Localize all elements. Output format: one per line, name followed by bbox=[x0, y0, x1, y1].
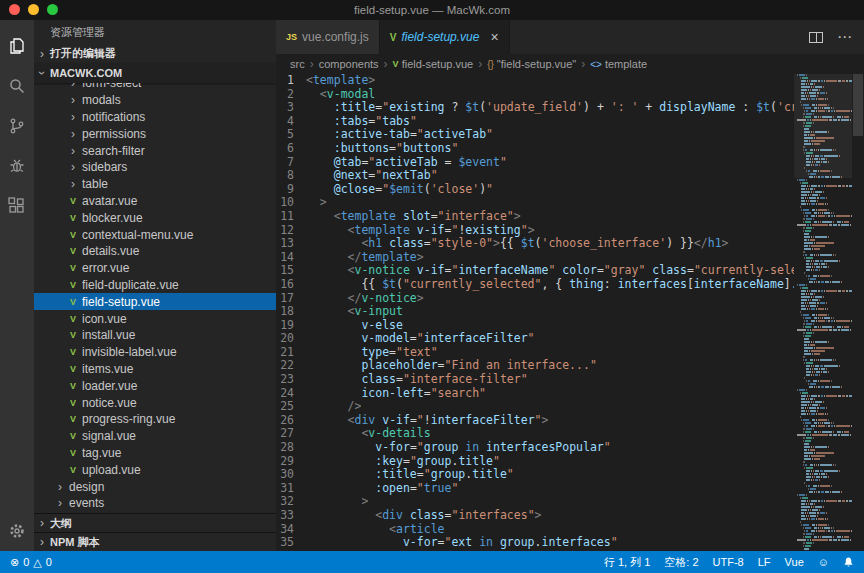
tree-item-install-vue[interactable]: Vinstall.vue bbox=[34, 327, 276, 344]
code-line-8[interactable]: 8 @next="nextTab" bbox=[276, 169, 794, 183]
zoom-window-button[interactable] bbox=[47, 4, 58, 15]
settings-gear-icon[interactable] bbox=[0, 511, 34, 551]
code-line-21[interactable]: 21 type="text" bbox=[276, 346, 794, 360]
tree-item-field-setup-vue[interactable]: Vfield-setup.vue bbox=[34, 293, 276, 310]
code-line-16[interactable]: 16 {{ $t("currently_selected", { thing: … bbox=[276, 278, 794, 292]
code-line-20[interactable]: 20 v-model="interfaceFilter" bbox=[276, 332, 794, 346]
breadcrumb-item-template[interactable]: <>template bbox=[590, 58, 647, 70]
problems-indicator[interactable]: ⊗ 0 △ 0 bbox=[10, 556, 52, 569]
tree-item-field-duplicate-vue[interactable]: Vfield-duplicate.vue bbox=[34, 277, 276, 294]
open-editors-section[interactable]: › 打开的编辑器 bbox=[34, 44, 276, 63]
search-icon[interactable] bbox=[0, 66, 34, 106]
tree-item-details-vue[interactable]: Vdetails.vue bbox=[34, 243, 276, 260]
language-mode[interactable]: Vue bbox=[785, 556, 804, 568]
code-line-19[interactable]: 19 v-else bbox=[276, 319, 794, 333]
code-line-18[interactable]: 18 <v-input bbox=[276, 305, 794, 319]
code-line-9[interactable]: 9 @close="$emit('close')" bbox=[276, 183, 794, 197]
tree-item-events[interactable]: ›events bbox=[34, 495, 276, 512]
npm-scripts-label: NPM 脚本 bbox=[50, 535, 100, 550]
code-line-33[interactable]: 33 <div class="interfaces"> bbox=[276, 509, 794, 523]
tree-item-search-filter[interactable]: ›search-filter bbox=[34, 142, 276, 159]
indentation-setting[interactable]: 空格: 2 bbox=[664, 555, 698, 570]
code-line-1[interactable]: 1<template> bbox=[276, 74, 794, 88]
code-line-12[interactable]: 12 <template v-if="!existing"> bbox=[276, 224, 794, 238]
code-line-34[interactable]: 34 <article bbox=[276, 523, 794, 537]
code-line-4[interactable]: 4 :tabs="tabs" bbox=[276, 115, 794, 129]
split-editor-icon[interactable] bbox=[809, 32, 823, 43]
code-line-6[interactable]: 6 :buttons="buttons" bbox=[276, 142, 794, 156]
tree-item-modals[interactable]: ›modals bbox=[34, 92, 276, 109]
tree-item-icon-vue[interactable]: Vicon.vue bbox=[34, 310, 276, 327]
tree-item-avatar-vue[interactable]: Vavatar.vue bbox=[34, 193, 276, 210]
tree-item-form-select[interactable]: ›form-select bbox=[34, 83, 276, 92]
close-window-button[interactable] bbox=[9, 4, 20, 15]
breadcrumb-item-components[interactable]: components bbox=[319, 58, 379, 70]
eol-setting[interactable]: LF bbox=[758, 556, 771, 568]
outline-section[interactable]: › 大纲 bbox=[34, 513, 276, 532]
tree-item-progress-ring-vue[interactable]: Vprogress-ring.vue bbox=[34, 411, 276, 428]
cursor-position[interactable]: 行 1, 列 1 bbox=[604, 555, 650, 570]
code-line-30[interactable]: 30 :title="group.title" bbox=[276, 468, 794, 482]
tree-item-notifications[interactable]: ›notifications bbox=[34, 109, 276, 126]
code-line-17[interactable]: 17 </v-notice> bbox=[276, 292, 794, 306]
code-line-27[interactable]: 27 <v-details bbox=[276, 427, 794, 441]
minimap[interactable] bbox=[794, 74, 852, 551]
breadcrumb-item-field-setup-vue[interactable]: {}"field-setup.vue" bbox=[487, 58, 576, 70]
code-line-31[interactable]: 31 :open="true" bbox=[276, 482, 794, 496]
explorer-icon[interactable] bbox=[0, 26, 34, 66]
minimize-window-button[interactable] bbox=[28, 4, 39, 15]
code-editor[interactable]: 1<template>2 <v-modal3 :title="existing … bbox=[276, 74, 794, 551]
code-line-10[interactable]: 10 > bbox=[276, 196, 794, 210]
tree-item-notice-vue[interactable]: Vnotice.vue bbox=[34, 394, 276, 411]
tab-vue-config-js[interactable]: JS vue.config.js bbox=[276, 20, 380, 54]
tree-item-design[interactable]: ›design bbox=[34, 478, 276, 495]
code-line-2[interactable]: 2 <v-modal bbox=[276, 88, 794, 102]
tree-item-tag-vue[interactable]: Vtag.vue bbox=[34, 445, 276, 462]
code-line-25[interactable]: 25 /> bbox=[276, 400, 794, 414]
tree-item-upload-vue[interactable]: Vupload.vue bbox=[34, 461, 276, 478]
breadcrumb-separator: › bbox=[310, 57, 314, 71]
source-control-icon[interactable] bbox=[0, 106, 34, 146]
tree-item-contextual-menu-vue[interactable]: Vcontextual-menu.vue bbox=[34, 226, 276, 243]
debug-icon[interactable] bbox=[0, 146, 34, 186]
tab-field-setup-vue[interactable]: V field-setup.vue × bbox=[380, 20, 510, 54]
breadcrumb-item-field-setup-vue[interactable]: Vfield-setup.vue bbox=[393, 58, 474, 70]
code-line-24[interactable]: 24 icon-left="search" bbox=[276, 387, 794, 401]
code-line-32[interactable]: 32 > bbox=[276, 495, 794, 509]
tree-item-table[interactable]: ›table bbox=[34, 176, 276, 193]
code-line-7[interactable]: 7 @tab="activeTab = $event" bbox=[276, 156, 794, 170]
tree-item-signal-vue[interactable]: Vsignal.vue bbox=[34, 428, 276, 445]
code-line-3[interactable]: 3 :title="existing ? $t('update_field') … bbox=[276, 101, 794, 115]
code-line-content: <v-input bbox=[306, 305, 403, 319]
code-line-26[interactable]: 26 <div v-if="!interfaceFilter"> bbox=[276, 414, 794, 428]
workspace-root-section[interactable]: › MACWK.COM bbox=[34, 63, 276, 83]
scrollbar-thumb[interactable] bbox=[853, 74, 863, 136]
breadcrumb-item-src[interactable]: src bbox=[290, 58, 305, 70]
code-line-14[interactable]: 14 </template> bbox=[276, 251, 794, 265]
code-line-29[interactable]: 29 :key="group.title" bbox=[276, 455, 794, 469]
code-line-22[interactable]: 22 placeholder="Find an interface..." bbox=[276, 359, 794, 373]
notifications-bell-icon[interactable] bbox=[843, 556, 854, 568]
code-line-11[interactable]: 11 <template slot="interface"> bbox=[276, 210, 794, 224]
extensions-icon[interactable] bbox=[0, 186, 34, 226]
code-line-5[interactable]: 5 :active-tab="activeTab" bbox=[276, 128, 794, 142]
tree-item-permissions[interactable]: ›permissions bbox=[34, 125, 276, 142]
encoding-setting[interactable]: UTF-8 bbox=[713, 556, 744, 568]
tree-item-error-vue[interactable]: Verror.vue bbox=[34, 260, 276, 277]
tree-item-sidebars[interactable]: ›sidebars bbox=[34, 159, 276, 176]
tree-item-items-vue[interactable]: Vitems.vue bbox=[34, 361, 276, 378]
editor-scrollbar[interactable] bbox=[852, 74, 864, 551]
close-tab-icon[interactable]: × bbox=[490, 30, 498, 44]
tree-item-blocker-vue[interactable]: Vblocker.vue bbox=[34, 209, 276, 226]
code-line-23[interactable]: 23 class="interface-filter" bbox=[276, 373, 794, 387]
line-number: 26 bbox=[276, 414, 306, 428]
code-line-35[interactable]: 35 v-for="ext in group.interfaces" bbox=[276, 536, 794, 550]
tree-item-invisible-label-vue[interactable]: Vinvisible-label.vue bbox=[34, 344, 276, 361]
code-line-28[interactable]: 28 v-for="group in interfacesPopular" bbox=[276, 441, 794, 455]
feedback-smiley-icon[interactable]: ☺ bbox=[818, 556, 829, 568]
more-actions-icon[interactable]: ⋯ bbox=[837, 28, 852, 46]
code-line-13[interactable]: 13 <h1 class="style-0">{{ $t('choose_int… bbox=[276, 237, 794, 251]
code-line-15[interactable]: 15 <v-notice v-if="interfaceName" color=… bbox=[276, 264, 794, 278]
npm-scripts-section[interactable]: › NPM 脚本 bbox=[34, 532, 276, 551]
tree-item-loader-vue[interactable]: Vloader.vue bbox=[34, 377, 276, 394]
